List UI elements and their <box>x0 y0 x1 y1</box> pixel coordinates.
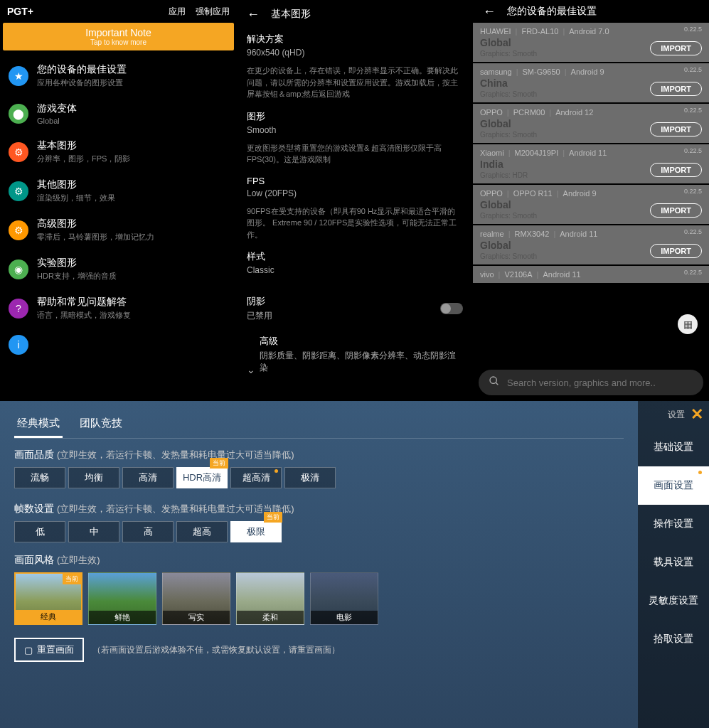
settings-label: 设置 <box>668 409 685 421</box>
back-arrow-icon[interactable]: ← <box>247 7 260 22</box>
indicator-dot <box>274 469 278 473</box>
reset-hint: （若画面设置后游戏体验不佳，或需恢复默认设置，请重置画面） <box>92 644 340 656</box>
advanced-label: 高级 <box>260 335 463 348</box>
menu-item-other[interactable]: ⚙ 其他图形 渲染级别，细节，效果 <box>0 171 237 210</box>
reset-label: 重置画面 <box>37 643 74 656</box>
device-card[interactable]: 0.22.5 vivo| V2106A| Android 11 <box>473 266 709 283</box>
tab-classic-mode[interactable]: 经典模式 <box>14 411 63 438</box>
menu-text: 游戏变体 Global <box>37 102 228 125</box>
device-model: V2106A <box>504 270 532 279</box>
style-card[interactable]: 电影 <box>310 572 378 625</box>
quality-option[interactable]: HDR高清当前 <box>176 467 228 488</box>
setting-fps[interactable]: FPS Low (20FPS) 90FPS在受支持的设备（即具有90 Hz显示屏… <box>247 176 463 241</box>
quality-option[interactable]: 流畅 <box>14 467 65 488</box>
setting-graphics[interactable]: 图形 Smooth 更改图形类型将重置您的游戏设置& 超高清图形仅限于高 FPS… <box>247 110 463 166</box>
search-bar[interactable] <box>479 370 703 395</box>
back-arrow-icon[interactable]: ← <box>483 4 496 19</box>
style-title: 画面风格 <box>14 554 54 565</box>
graphics-value: Smooth <box>247 125 463 135</box>
device-top-row: samsung| SM-G9650| Android 9 <box>480 68 702 76</box>
side-tab[interactable]: 灵敏度设置 <box>638 582 709 620</box>
quality-option[interactable]: 极清 <box>284 467 336 488</box>
menu-item-help[interactable]: ? 帮助和常见问题解答 语言，黑暗模式，游戏修复 <box>0 289 237 328</box>
menu-list: ★ 您的设备的最佳设置 应用各种设备的图形设置 ⬤ 游戏变体 Global ⚙ … <box>0 50 237 368</box>
chevron-down-icon[interactable]: ⌄ <box>247 364 255 375</box>
quality-option[interactable]: 高清 <box>122 467 174 488</box>
setting-resolution[interactable]: 解决方案 960x540 (qHD) 在更少的设备上，存在错误，即分辨率显示不正… <box>247 33 463 100</box>
shadow-label: 阴影 <box>247 295 272 308</box>
note-subtitle: Tap to know more <box>7 38 230 46</box>
device-card[interactable]: 0.22.5 samsung| SM-G9650| Android 9 Chin… <box>473 63 709 102</box>
side-tab[interactable]: 载具设置 <box>638 543 709 582</box>
quality-options: 流畅均衡高清HDR高清当前超高清极清 <box>14 467 624 488</box>
game-mode-tabs: 经典模式 团队竞技 <box>14 411 624 439</box>
menu-text: 其他图形 渲染级别，细节，效果 <box>37 178 228 203</box>
reset-icon: ▢ <box>24 645 33 655</box>
menu-item-basic[interactable]: ⚙ 基本图形 分辨率，图形，FPS，阴影 <box>0 132 237 171</box>
adv-icon: ⚙ <box>9 220 28 240</box>
device-os: Android 11 <box>543 270 580 279</box>
detail-settings-panel: ← 基本图形 解决方案 960x540 (qHD) 在更少的设备上，存在错误，即… <box>237 0 473 401</box>
device-os: Android 11 <box>569 149 607 157</box>
style-card[interactable]: 柔和 <box>236 572 304 625</box>
device-brand: OPPO <box>480 108 503 117</box>
header-link-force-apply[interactable]: 强制应用 <box>196 6 230 18</box>
current-badge: 当前 <box>63 574 81 584</box>
game-main: 经典模式 团队竞技 画面品质 (立即生效，若运行卡顿、发热量和耗电量过大可适当降… <box>0 401 638 728</box>
device-card[interactable]: 0.22.5 Xiaomi| M2004J19PI| Android 11 In… <box>473 144 709 183</box>
game-settings-panel: 经典模式 团队竞技 画面品质 (立即生效，若运行卡顿、发热量和耗电量过大可适当降… <box>0 401 709 728</box>
fps-option[interactable]: 低 <box>14 521 65 542</box>
important-note-banner[interactable]: Important Note Tap to know more <box>3 23 234 50</box>
menu-item-star[interactable]: ★ 您的设备的最佳设置 应用各种设备的图形设置 <box>0 56 237 95</box>
style-card[interactable]: 鲜艳 <box>88 572 156 625</box>
shadow-value: 已禁用 <box>247 310 272 322</box>
close-icon[interactable]: ✕ <box>691 405 703 424</box>
menu-item-info[interactable]: i <box>0 328 237 362</box>
device-model: RMX3042 <box>514 230 549 238</box>
menu-item-game[interactable]: ⬤ 游戏变体 Global <box>0 95 237 132</box>
detail-header: ← 基本图形 <box>247 6 463 23</box>
device-model: FRD-AL10 <box>521 27 558 36</box>
device-card[interactable]: 0.22.5 OPPO| OPPO R11| Android 9 Global … <box>473 185 709 224</box>
fps-option[interactable]: 高 <box>122 521 174 542</box>
reset-button[interactable]: ▢ 重置画面 <box>14 638 84 662</box>
menu-item-exp[interactable]: ◉ 实验图形 HDR支持，增强的音质 <box>0 250 237 289</box>
device-card[interactable]: 0.22.5 OPPO| PCRM00| Android 12 Global G… <box>473 104 709 143</box>
side-tab[interactable]: 操作设置 <box>638 505 709 543</box>
import-button[interactable]: IMPORT <box>650 82 702 96</box>
device-card[interactable]: 0.22.5 HUAWEI| FRD-AL10| Android 7.0 Glo… <box>473 23 709 62</box>
fps-option[interactable]: 极限当前 <box>230 521 282 542</box>
setting-style[interactable]: 样式 Classic <box>247 250 463 275</box>
import-button[interactable]: IMPORT <box>650 41 702 55</box>
quality-option[interactable]: 均衡 <box>68 467 119 488</box>
style-card[interactable]: 经典当前 <box>14 572 82 625</box>
search-input[interactable] <box>507 378 693 388</box>
fab-button[interactable]: ▦ <box>678 314 698 334</box>
header-link-apply[interactable]: 应用 <box>169 6 186 18</box>
fps-option[interactable]: 中 <box>68 521 119 542</box>
import-button[interactable]: IMPORT <box>650 244 702 258</box>
style-card[interactable]: 写实 <box>162 572 230 625</box>
import-button[interactable]: IMPORT <box>650 203 702 218</box>
style-card-label: 经典 <box>16 610 81 623</box>
side-tab[interactable]: 拾取设置 <box>638 620 709 658</box>
import-button[interactable]: IMPORT <box>650 122 702 136</box>
search-icon <box>489 375 500 390</box>
current-badge: 当前 <box>210 458 228 469</box>
fps-option[interactable]: 超高 <box>176 521 228 542</box>
quality-option[interactable]: 超高清 <box>230 467 282 488</box>
setting-shadow: 阴影 已禁用 <box>247 295 463 322</box>
device-card[interactable]: 0.22.5 realme| RMX3042| Android 11 Globa… <box>473 225 709 264</box>
menu-item-adv[interactable]: ⚙ 高级图形 零滞后，马铃薯图形，增加记忆力 <box>0 210 237 250</box>
tab-team-mode[interactable]: 团队竞技 <box>77 411 125 438</box>
fps-section: 帧数设置 (立即生效，若运行卡顿、发热量和耗电量过大可适当降低) <box>14 503 624 515</box>
side-tab[interactable]: 基础设置 <box>638 428 709 466</box>
menu-item-title: 基本图形 <box>37 139 228 152</box>
style-value: Classic <box>247 265 463 275</box>
device-brand: OPPO <box>480 189 503 198</box>
shadow-toggle[interactable] <box>440 303 463 314</box>
fps-value: Low (20FPS) <box>247 188 463 198</box>
side-tab[interactable]: 画面设置 <box>638 466 709 505</box>
setting-advanced[interactable]: 高级 阴影质量、阴影距离、阴影像素分辨率、动态阴影渲染 <box>260 335 463 374</box>
import-button[interactable]: IMPORT <box>650 163 702 177</box>
